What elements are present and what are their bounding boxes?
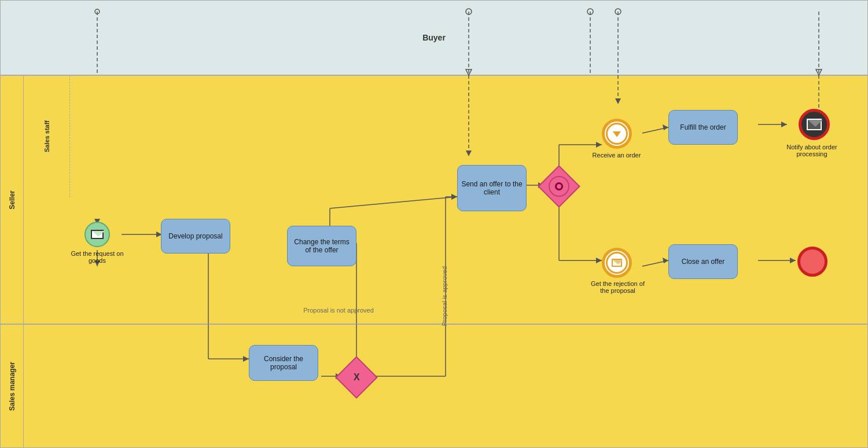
task-fulfill-order[interactable]: Fulfill the order [668,110,738,145]
send-offer-label: Send an offer to the client [461,180,523,196]
lane-manager: Sales manager [0,324,868,448]
get-request-label: Get the request on goods [68,250,126,264]
manager-label-text: Sales manager [8,362,16,411]
close-offer-label: Close an offer [682,258,725,266]
consider-proposal-label: Consider the proposal [253,355,314,371]
end-event-notify [799,109,830,140]
task-develop-proposal[interactable]: Develop proposal [161,219,230,254]
proposal-not-approved-label: Proposal is not approved [301,307,376,314]
seller-label: Seller [1,76,24,324]
notify-label: Notify about order processing [780,144,844,157]
gateway-x-label: X [354,372,360,383]
buyer-label: Buyer [422,33,446,42]
diagram-container: Buyer Seller Sales staff Sales manager [0,0,868,448]
develop-proposal-label: Develop proposal [168,232,222,240]
proposal-approved-label: Proposal is approved [441,266,448,326]
sales-staff-area: Sales staff [24,76,70,197]
get-rejection-label: Get the rejection of the proposal [587,280,648,294]
task-consider-proposal[interactable]: Consider the proposal [249,345,318,381]
manager-label: Sales manager [1,325,24,447]
lane-seller: Seller Sales staff [0,75,868,324]
lane-buyer: Buyer [0,0,868,75]
end-event-close [797,247,827,277]
task-change-terms[interactable]: Change the terms of the offer [287,226,356,266]
event-get-rejection [602,248,632,278]
sales-staff-label: Sales staff [43,120,50,152]
task-close-offer[interactable]: Close an offer [668,244,738,279]
fulfill-order-label: Fulfill the order [680,123,726,131]
seller-label-text: Seller [8,190,16,210]
event-receive-order [602,119,632,149]
receive-order-label: Receive an order [589,152,644,159]
task-send-offer[interactable]: Send an offer to the client [457,165,527,211]
start-event-get-request [84,222,110,247]
change-terms-label: Change the terms of the offer [291,238,352,254]
